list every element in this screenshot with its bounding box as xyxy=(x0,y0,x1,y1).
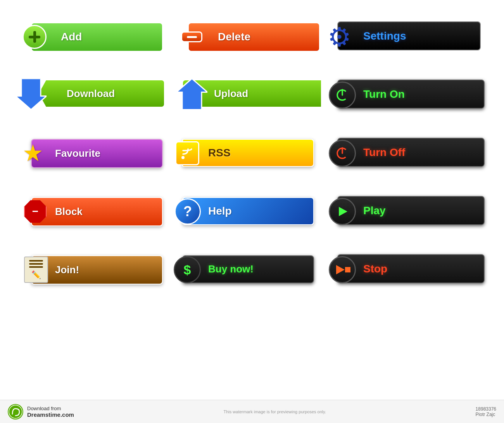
footer-right: 18983376 Piotr Zajc xyxy=(476,406,496,417)
favourite-label: Favourite xyxy=(55,147,100,159)
svg-marker-0 xyxy=(16,79,47,110)
dreamstime-logo xyxy=(8,404,23,420)
download-label: Download xyxy=(67,88,115,100)
download-from-text: Download from xyxy=(27,406,61,411)
join-button[interactable]: ✏️ Join! xyxy=(31,255,163,284)
buynow-button[interactable]: $ Buy now! xyxy=(182,255,314,284)
upload-button[interactable]: Upload xyxy=(182,80,322,111)
favourite-button-body: Favourite xyxy=(31,139,163,168)
watermark-text: This watermark image is for previewing p… xyxy=(78,409,472,414)
document-icon: ✏️ xyxy=(24,257,48,283)
rss-button-cell: RSS xyxy=(176,128,326,179)
block-button[interactable]: − Block xyxy=(31,197,163,226)
play-button[interactable]: Play xyxy=(337,196,485,227)
help-button-body: Help xyxy=(182,197,314,225)
join-label: Join! xyxy=(55,264,79,276)
turnoff-button[interactable]: Turn Off xyxy=(337,138,485,169)
download-button-body: Download xyxy=(39,80,165,107)
rss-label: RSS xyxy=(208,147,231,159)
rss-symbol xyxy=(180,146,194,160)
add-button-cell: Add xyxy=(19,12,169,62)
gear-icon: ⚙ xyxy=(328,24,351,50)
power-off-icon xyxy=(329,140,356,167)
block-button-body: Block xyxy=(31,197,163,226)
arrow-down-icon xyxy=(16,79,47,112)
turnon-button[interactable]: Turn On xyxy=(337,80,485,111)
site-name: Dreamstime.com xyxy=(27,411,74,418)
turnon-label: Turn On xyxy=(363,88,405,101)
footer: Download from Dreamstime.com This waterm… xyxy=(0,400,504,423)
play-label: Play xyxy=(363,205,386,217)
stop-button-body: Stop xyxy=(337,254,485,283)
upload-label: Upload xyxy=(214,88,248,100)
power-on-icon xyxy=(329,81,356,109)
turnoff-label: Turn Off xyxy=(363,146,405,159)
rss-icon xyxy=(175,141,199,165)
stop-button-cell: Stop xyxy=(333,244,485,295)
settings-button[interactable]: ⚙ Settings xyxy=(337,21,485,52)
add-button-body: Add xyxy=(31,23,163,52)
join-button-cell: ✏️ Join! xyxy=(19,244,169,295)
author-name: Piotr Zajc xyxy=(476,412,496,417)
buynow-button-body: Buy now! xyxy=(182,255,314,283)
play-button-cell: Play xyxy=(333,186,485,237)
settings-label: Settings xyxy=(363,30,406,42)
favourite-button-cell: ★ Favourite xyxy=(19,128,169,179)
question-icon: ? xyxy=(174,198,201,225)
svg-marker-1 xyxy=(176,79,207,110)
rss-button[interactable]: RSS xyxy=(182,139,314,168)
turnon-button-cell: Turn On xyxy=(333,70,485,120)
help-button-cell: ? Help xyxy=(176,186,326,237)
upload-button-cell: Upload xyxy=(176,70,326,120)
buynow-label: Buy now! xyxy=(208,263,254,275)
stop-icon: − xyxy=(24,200,47,223)
play-button-body: Play xyxy=(337,196,485,225)
add-label: Add xyxy=(61,31,82,43)
plus-icon xyxy=(22,25,47,49)
star-icon: ★ xyxy=(22,142,43,165)
stop-button[interactable]: Stop xyxy=(337,254,485,285)
help-label: Help xyxy=(208,205,232,217)
arrow-up-icon xyxy=(176,79,207,112)
delete-button-body: Delete xyxy=(188,23,320,52)
svg-point-4 xyxy=(181,156,185,159)
svg-point-7 xyxy=(9,405,22,418)
favourite-button[interactable]: ★ Favourite xyxy=(31,139,163,168)
join-button-body: Join! xyxy=(31,255,163,284)
turnoff-button-body: Turn Off xyxy=(337,138,485,167)
delete-label: Delete xyxy=(218,31,250,43)
turnon-button-body: Turn On xyxy=(337,80,485,109)
rss-button-body: RSS xyxy=(182,139,314,167)
block-label: Block xyxy=(55,206,83,218)
delete-button[interactable]: Delete xyxy=(188,23,320,52)
help-button[interactable]: ? Help xyxy=(182,197,314,226)
delete-button-cell: Delete xyxy=(176,12,326,62)
footer-text: Download from Dreamstime.com xyxy=(27,406,74,418)
buynow-button-cell: $ Buy now! xyxy=(176,244,326,295)
play-icon xyxy=(329,198,356,225)
settings-button-cell: ⚙ Settings xyxy=(333,12,485,62)
dollar-icon: $ xyxy=(174,256,201,283)
power-symbol-off xyxy=(335,146,350,161)
turnoff-button-cell: Turn Off xyxy=(333,128,485,179)
stop-label: Stop xyxy=(363,263,387,275)
download-button[interactable]: Download xyxy=(25,80,165,111)
settings-button-body: Settings xyxy=(337,21,481,50)
power-symbol-on xyxy=(335,88,350,102)
block-button-cell: − Block xyxy=(19,186,169,237)
download-button-cell: Download xyxy=(19,70,169,120)
minus-icon xyxy=(181,31,202,42)
stop-play-icon xyxy=(329,256,356,283)
add-button[interactable]: Add xyxy=(31,23,163,52)
image-id: 18983376 xyxy=(476,406,496,412)
